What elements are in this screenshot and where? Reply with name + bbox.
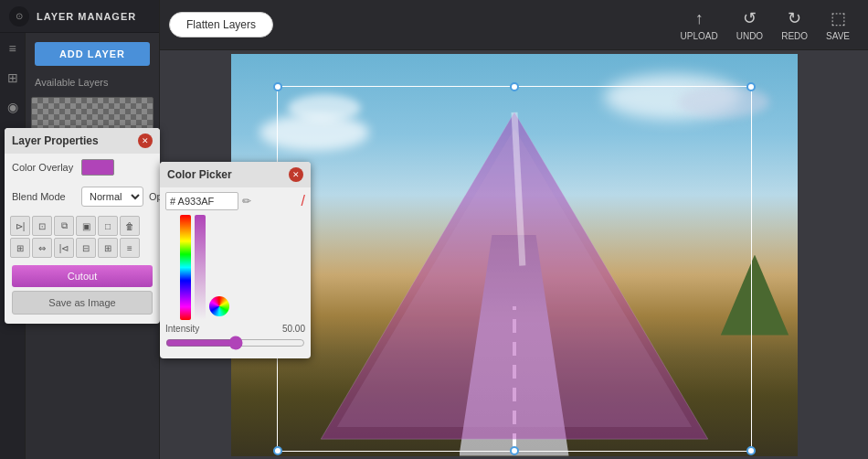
- color-picker-close-button[interactable]: ✕: [289, 167, 303, 182]
- upload-button[interactable]: ↑ UPLOAD: [681, 9, 718, 41]
- redo-button[interactable]: ↻ REDO: [781, 8, 808, 41]
- layer-props-title: Layer Properties: [12, 134, 99, 147]
- intensity-row: Intensity 50.00: [160, 320, 311, 358]
- layer-props-header: Layer Properties ✕: [5, 128, 160, 154]
- color-picker-header: Color Picker ✕: [160, 162, 311, 187]
- upload-label: UPLOAD: [681, 31, 718, 41]
- tool-flip-h[interactable]: ⇔: [32, 238, 52, 258]
- canvas-image: [231, 54, 798, 456]
- tool-delete[interactable]: 🗑: [120, 216, 140, 236]
- blend-mode-label: Blend Mode: [12, 191, 76, 202]
- flatten-layers-button[interactable]: Flatten Layers: [169, 12, 273, 37]
- color-overlay-label: Color Overlay: [12, 162, 76, 173]
- tool-align-left[interactable]: ⊳|: [10, 216, 30, 236]
- reset-color-icon[interactable]: /: [302, 193, 305, 209]
- cloud-4: [678, 86, 769, 118]
- app-title: LAYER MANAGER: [37, 11, 136, 22]
- undo-label: UNDO: [736, 31, 763, 41]
- color-wheel-icon[interactable]: [209, 296, 229, 316]
- hex-row: # A933AF ✏ /: [160, 187, 311, 215]
- layer-properties-panel: Layer Properties ✕ Color Overlay Blend M…: [5, 128, 160, 324]
- tool-rows[interactable]: ⊞: [98, 238, 118, 258]
- add-layer-button[interactable]: ADD LAYER: [35, 42, 150, 66]
- tool-extra[interactable]: ≡: [120, 238, 140, 258]
- tool-layer-up[interactable]: ▣: [76, 216, 96, 236]
- road-line: [513, 306, 516, 447]
- eye-icon[interactable]: ◉: [3, 97, 23, 117]
- top-bar: Flatten Layers ↑ UPLOAD ↺ UNDO ↻ REDO ⬚ …: [160, 0, 868, 50]
- layer-props-close-button[interactable]: ✕: [138, 133, 153, 148]
- panel-toolbar: ⊳| ⊡ ⧉ ▣ □ 🗑 ⊞ ⇔ |⊲ ⊟ ⊞ ≡: [5, 212, 160, 262]
- undo-button[interactable]: ↺ UNDO: [736, 8, 763, 41]
- redo-label: REDO: [781, 31, 808, 41]
- color-overlay-swatch[interactable]: [81, 159, 114, 176]
- cutout-button[interactable]: Cutout: [12, 265, 153, 287]
- intensity-value: 50.00: [282, 324, 305, 334]
- redo-icon: ↻: [788, 8, 801, 28]
- top-actions: ↑ UPLOAD ↺ UNDO ↻ REDO ⬚ SAVE: [681, 8, 850, 41]
- app-logo: ⊙: [9, 6, 29, 27]
- sidebar: ⊙ LAYER MANAGER ≡ ⊞ ◉ ✎ ADD LAYER Availa…: [0, 0, 160, 459]
- color-overlay-row: Color Overlay: [5, 154, 160, 181]
- blend-mode-row: Blend Mode Normal Multiply Screen Opacit…: [5, 181, 160, 212]
- tool-grid[interactable]: ⊞: [10, 238, 30, 258]
- save-label: SAVE: [826, 31, 850, 41]
- layers-icon[interactable]: ≡: [3, 38, 23, 59]
- blend-mode-select[interactable]: Normal Multiply Screen: [81, 187, 143, 207]
- upload-icon: ↑: [695, 9, 704, 28]
- available-layers-label: Available Layers: [26, 71, 159, 91]
- tool-cols[interactable]: ⊟: [76, 238, 96, 258]
- color-picker-title: Color Picker: [167, 168, 232, 181]
- tool-align-right[interactable]: |⊲: [54, 238, 74, 258]
- eyedropper-icon[interactable]: ✏: [242, 195, 251, 208]
- save-button[interactable]: ⬚ SAVE: [826, 8, 850, 41]
- tool-layer-down[interactable]: □: [98, 216, 118, 236]
- intensity-label: Intensity: [165, 324, 199, 334]
- sliders-icon[interactable]: ⊞: [3, 68, 23, 88]
- cloud-2: [288, 94, 361, 122]
- tool-copy[interactable]: ⧉: [54, 216, 74, 236]
- hex-input[interactable]: # A933AF: [165, 192, 238, 210]
- save-icon: ⬚: [831, 8, 846, 28]
- sidebar-header: ⊙ LAYER MANAGER: [0, 0, 159, 33]
- color-picker-panel: Color Picker ✕ # A933AF ✏ / Intensity 50…: [160, 162, 311, 358]
- tool-align-center-h[interactable]: ⊡: [32, 216, 52, 236]
- undo-icon: ↺: [743, 8, 757, 28]
- hue-strip[interactable]: [180, 215, 191, 320]
- save-as-image-button[interactable]: Save as Image: [12, 291, 153, 315]
- alpha-strip[interactable]: [195, 215, 206, 320]
- intensity-label-row: Intensity 50.00: [165, 324, 305, 334]
- color-picker-main: [160, 215, 311, 320]
- intensity-slider[interactable]: [165, 336, 305, 350]
